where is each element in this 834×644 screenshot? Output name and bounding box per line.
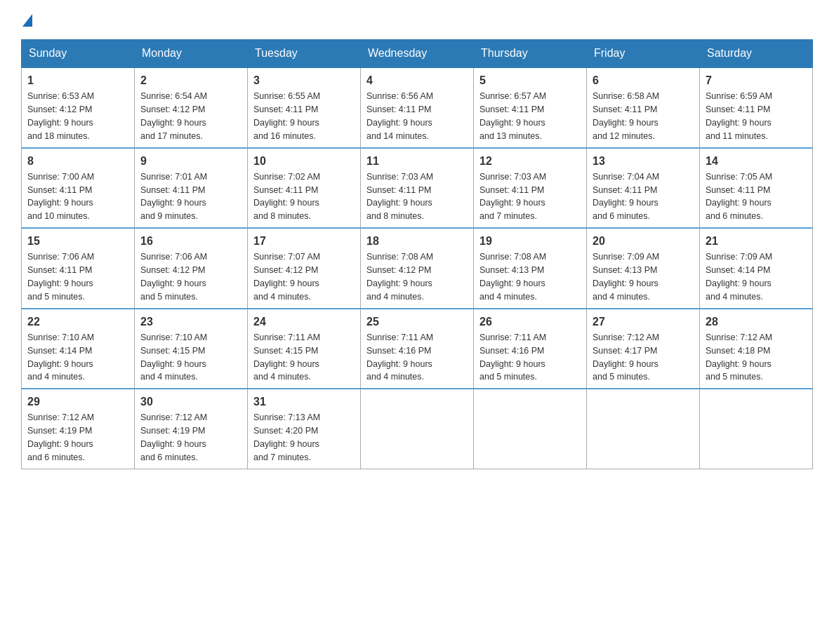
day-number: 24: [253, 314, 355, 330]
day-number: 27: [593, 314, 694, 330]
day-info: Sunrise: 7:12 AMSunset: 4:19 PMDaylight:…: [27, 412, 94, 462]
calendar-cell: [361, 389, 474, 469]
col-header-friday: Friday: [587, 40, 700, 68]
day-number: 15: [27, 233, 128, 249]
calendar-cell: [474, 389, 587, 469]
day-number: 20: [593, 233, 694, 249]
calendar-week-row: 22Sunrise: 7:10 AMSunset: 4:14 PMDayligh…: [22, 309, 813, 389]
logo-blue-text: [21, 14, 32, 28]
day-number: 5: [479, 72, 581, 88]
calendar-cell: 25Sunrise: 7:11 AMSunset: 4:16 PMDayligh…: [361, 309, 474, 389]
day-info: Sunrise: 7:06 AMSunset: 4:11 PMDaylight:…: [27, 252, 94, 302]
calendar-cell: 14Sunrise: 7:05 AMSunset: 4:11 PMDayligh…: [700, 148, 813, 229]
calendar-cell: 24Sunrise: 7:11 AMSunset: 4:15 PMDayligh…: [248, 309, 361, 389]
calendar-header-row: SundayMondayTuesdayWednesdayThursdayFrid…: [22, 40, 813, 68]
calendar-cell: 5Sunrise: 6:57 AMSunset: 4:11 PMDaylight…: [474, 67, 587, 148]
day-number: 6: [593, 72, 694, 88]
calendar-cell: 9Sunrise: 7:01 AMSunset: 4:11 PMDaylight…: [135, 148, 248, 229]
calendar-cell: 6Sunrise: 6:58 AMSunset: 4:11 PMDaylight…: [587, 67, 700, 148]
day-info: Sunrise: 7:13 AMSunset: 4:20 PMDaylight:…: [253, 412, 320, 462]
calendar-cell: 3Sunrise: 6:55 AMSunset: 4:11 PMDaylight…: [248, 67, 361, 148]
calendar-cell: 31Sunrise: 7:13 AMSunset: 4:20 PMDayligh…: [248, 389, 361, 469]
day-info: Sunrise: 6:56 AMSunset: 4:11 PMDaylight:…: [366, 91, 433, 141]
calendar-cell: 12Sunrise: 7:03 AMSunset: 4:11 PMDayligh…: [474, 148, 587, 229]
day-info: Sunrise: 7:10 AMSunset: 4:14 PMDaylight:…: [27, 333, 94, 382]
calendar-cell: 19Sunrise: 7:08 AMSunset: 4:13 PMDayligh…: [474, 228, 587, 309]
calendar-cell: 8Sunrise: 7:00 AMSunset: 4:11 PMDaylight…: [22, 148, 135, 229]
calendar-cell: 7Sunrise: 6:59 AMSunset: 4:11 PMDaylight…: [700, 67, 813, 148]
day-number: 29: [27, 394, 128, 410]
calendar-table: SundayMondayTuesdayWednesdayThursdayFrid…: [21, 39, 813, 469]
calendar-cell: 2Sunrise: 6:54 AMSunset: 4:12 PMDaylight…: [135, 67, 248, 148]
day-info: Sunrise: 7:12 AMSunset: 4:17 PMDaylight:…: [593, 333, 659, 382]
day-info: Sunrise: 6:55 AMSunset: 4:11 PMDaylight:…: [253, 91, 320, 141]
calendar-cell: 27Sunrise: 7:12 AMSunset: 4:17 PMDayligh…: [587, 309, 700, 389]
col-header-monday: Monday: [135, 40, 248, 68]
day-info: Sunrise: 7:08 AMSunset: 4:12 PMDaylight:…: [366, 252, 433, 302]
calendar-cell: 13Sunrise: 7:04 AMSunset: 4:11 PMDayligh…: [587, 148, 700, 229]
page-header: [21, 14, 813, 28]
day-number: 25: [366, 314, 468, 330]
day-info: Sunrise: 7:06 AMSunset: 4:12 PMDaylight:…: [140, 252, 207, 302]
day-info: Sunrise: 7:07 AMSunset: 4:12 PMDaylight:…: [253, 252, 320, 302]
col-header-wednesday: Wednesday: [361, 40, 474, 68]
day-number: 21: [706, 233, 807, 249]
day-number: 9: [140, 153, 241, 169]
calendar-week-row: 8Sunrise: 7:00 AMSunset: 4:11 PMDaylight…: [22, 148, 813, 229]
calendar-cell: 17Sunrise: 7:07 AMSunset: 4:12 PMDayligh…: [248, 228, 361, 309]
calendar-week-row: 1Sunrise: 6:53 AMSunset: 4:12 PMDaylight…: [22, 67, 813, 148]
col-header-sunday: Sunday: [22, 40, 135, 68]
day-info: Sunrise: 7:11 AMSunset: 4:16 PMDaylight:…: [366, 333, 433, 382]
calendar-cell: 20Sunrise: 7:09 AMSunset: 4:13 PMDayligh…: [587, 228, 700, 309]
calendar-cell: 23Sunrise: 7:10 AMSunset: 4:15 PMDayligh…: [135, 309, 248, 389]
calendar-cell: 16Sunrise: 7:06 AMSunset: 4:12 PMDayligh…: [135, 228, 248, 309]
day-number: 23: [140, 314, 241, 330]
day-info: Sunrise: 7:03 AMSunset: 4:11 PMDaylight:…: [479, 172, 546, 222]
col-header-saturday: Saturday: [700, 40, 813, 68]
logo: [21, 14, 32, 28]
calendar-cell: 21Sunrise: 7:09 AMSunset: 4:14 PMDayligh…: [700, 228, 813, 309]
day-number: 22: [27, 314, 128, 330]
day-info: Sunrise: 7:05 AMSunset: 4:11 PMDaylight:…: [706, 172, 772, 222]
day-info: Sunrise: 7:08 AMSunset: 4:13 PMDaylight:…: [479, 252, 546, 302]
day-info: Sunrise: 7:03 AMSunset: 4:11 PMDaylight:…: [366, 172, 433, 222]
day-number: 19: [479, 233, 581, 249]
day-info: Sunrise: 7:10 AMSunset: 4:15 PMDaylight:…: [140, 333, 207, 382]
day-number: 26: [479, 314, 581, 330]
day-number: 17: [253, 233, 355, 249]
day-number: 11: [366, 153, 468, 169]
day-number: 31: [253, 394, 355, 410]
day-info: Sunrise: 6:58 AMSunset: 4:11 PMDaylight:…: [593, 91, 659, 141]
day-info: Sunrise: 7:04 AMSunset: 4:11 PMDaylight:…: [593, 172, 659, 222]
day-number: 13: [593, 153, 694, 169]
day-info: Sunrise: 7:01 AMSunset: 4:11 PMDaylight:…: [140, 172, 207, 222]
day-number: 8: [27, 153, 128, 169]
calendar-cell: 10Sunrise: 7:02 AMSunset: 4:11 PMDayligh…: [248, 148, 361, 229]
day-info: Sunrise: 7:12 AMSunset: 4:18 PMDaylight:…: [706, 333, 772, 382]
day-info: Sunrise: 7:11 AMSunset: 4:15 PMDaylight:…: [253, 333, 320, 382]
day-number: 12: [479, 153, 581, 169]
day-info: Sunrise: 7:12 AMSunset: 4:19 PMDaylight:…: [140, 412, 207, 462]
calendar-cell: 11Sunrise: 7:03 AMSunset: 4:11 PMDayligh…: [361, 148, 474, 229]
day-info: Sunrise: 7:00 AMSunset: 4:11 PMDaylight:…: [27, 172, 94, 222]
calendar-cell: 22Sunrise: 7:10 AMSunset: 4:14 PMDayligh…: [22, 309, 135, 389]
day-info: Sunrise: 6:59 AMSunset: 4:11 PMDaylight:…: [706, 91, 772, 141]
calendar-week-row: 29Sunrise: 7:12 AMSunset: 4:19 PMDayligh…: [22, 389, 813, 469]
logo-triangle-icon: [22, 14, 32, 27]
day-info: Sunrise: 7:09 AMSunset: 4:13 PMDaylight:…: [593, 252, 659, 302]
day-info: Sunrise: 6:53 AMSunset: 4:12 PMDaylight:…: [27, 91, 94, 141]
day-info: Sunrise: 7:09 AMSunset: 4:14 PMDaylight:…: [706, 252, 772, 302]
calendar-cell: 15Sunrise: 7:06 AMSunset: 4:11 PMDayligh…: [22, 228, 135, 309]
col-header-tuesday: Tuesday: [248, 40, 361, 68]
calendar-cell: 18Sunrise: 7:08 AMSunset: 4:12 PMDayligh…: [361, 228, 474, 309]
day-number: 2: [140, 72, 241, 88]
calendar-cell: 26Sunrise: 7:11 AMSunset: 4:16 PMDayligh…: [474, 309, 587, 389]
day-number: 1: [27, 72, 128, 88]
day-info: Sunrise: 7:02 AMSunset: 4:11 PMDaylight:…: [253, 172, 320, 222]
day-number: 3: [253, 72, 355, 88]
day-number: 4: [366, 72, 468, 88]
calendar-cell: 30Sunrise: 7:12 AMSunset: 4:19 PMDayligh…: [135, 389, 248, 469]
calendar-cell: 29Sunrise: 7:12 AMSunset: 4:19 PMDayligh…: [22, 389, 135, 469]
day-number: 18: [366, 233, 468, 249]
day-number: 14: [706, 153, 807, 169]
